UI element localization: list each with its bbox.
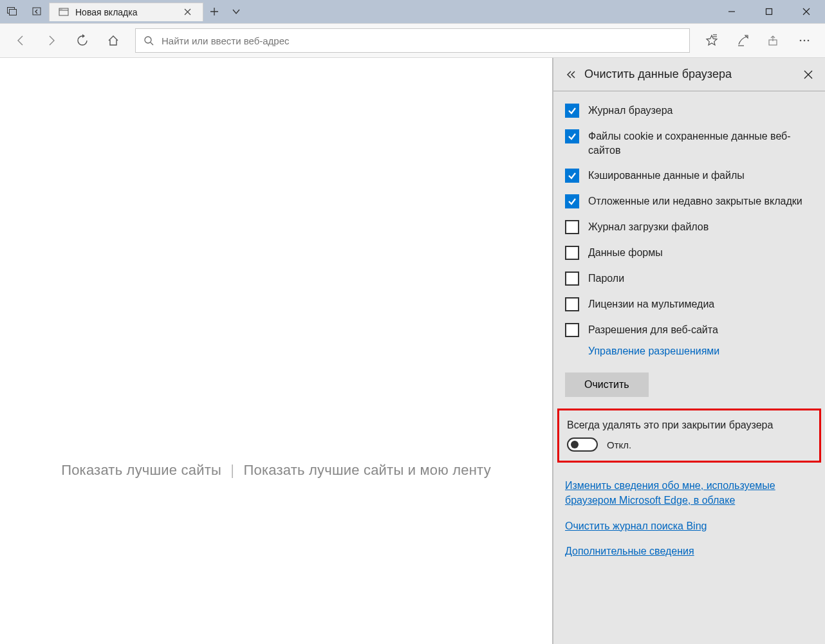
svg-rect-1 [10,10,17,15]
more-info-link[interactable]: Дополнительные сведения [565,544,694,558]
clear-option-label: Пароли [588,271,624,286]
window-controls [713,0,825,23]
clear-option-row: Данные формы [565,240,813,266]
show-top-sites-feed-link[interactable]: Показать лучшие сайты и мою ленту [244,462,491,478]
clear-option-checkbox[interactable] [565,129,579,143]
clear-option-checkbox[interactable] [565,220,579,234]
clear-option-checkbox[interactable] [565,169,579,183]
nav-back-button[interactable] [5,25,36,56]
clear-option-row: Журнал загрузки файлов [565,214,813,240]
clear-option-checkbox[interactable] [565,297,579,311]
nav-refresh-button[interactable] [67,25,98,56]
svg-line-10 [151,42,153,45]
clear-option-label: Файлы cookie и сохраненные данные веб-са… [588,129,813,157]
clear-option-row: Отложенные или недавно закрытые вкладки [565,189,813,214]
set-aside-tabs-button[interactable] [24,7,49,16]
clear-option-row: Кэшированные данные и файлы [565,163,813,189]
tab-page-icon [59,8,69,17]
panel-back-button[interactable] [562,70,580,79]
show-top-sites-link[interactable]: Показать лучшие сайты [61,462,221,478]
svg-rect-8 [766,9,772,15]
panel-close-button[interactable] [797,63,820,86]
change-cloud-info-link[interactable]: Изменить сведения обо мне, используемые … [565,478,813,508]
clear-option-checkbox[interactable] [565,271,579,286]
svg-point-5 [60,9,61,10]
svg-rect-2 [33,8,41,15]
clear-option-row: Журнал браузера [565,98,813,124]
always-clear-toggle[interactable] [567,437,598,452]
clear-option-label: Данные формы [588,246,663,260]
clear-option-checkbox[interactable] [565,323,579,337]
address-bar-placeholder: Найти или ввести веб-адрес [162,35,290,46]
clear-option-label: Кэшированные данные и файлы [588,169,745,183]
clear-option-row: Пароли [565,266,813,291]
clear-option-label: Лицензии на мультимедиа [588,297,714,311]
toggle-state-label: Откл. [607,439,631,450]
clear-option-label: Журнал загрузки файлов [588,220,709,234]
new-tab-page: Показать лучшие сайты | Показать лучшие … [0,58,552,644]
more-button[interactable] [789,25,820,56]
clear-option-checkbox[interactable] [565,246,579,260]
titlebar: Новая вкладка [0,0,825,23]
clear-bing-history-link[interactable]: Очистить журнал поиска Bing [565,519,707,533]
svg-point-17 [808,40,810,42]
tab-close-button[interactable] [178,3,196,21]
clear-option-row: Файлы cookie и сохраненные данные веб-са… [565,124,813,163]
new-tab-button[interactable] [203,0,225,23]
window-maximize-button[interactable] [750,0,788,23]
svg-point-6 [62,9,62,10]
manage-permissions-link[interactable]: Управление разрешениями [588,345,719,356]
nav-home-button[interactable] [98,25,129,56]
always-clear-highlight: Всегда удалять это при закрытии браузера… [557,409,821,463]
share-button[interactable] [758,25,789,56]
tab-title: Новая вкладка [75,7,178,17]
browser-tab-active[interactable]: Новая вкладка [49,3,203,21]
separator: | [230,462,234,478]
nav-forward-button[interactable] [36,25,67,56]
clear-option-label: Журнал браузера [588,104,672,118]
panel-title: Очистить данные браузера [580,68,797,81]
clear-browsing-data-panel: Очистить данные браузера Журнал браузера… [552,58,825,644]
always-clear-label: Всегда удалять это при закрытии браузера [567,419,811,431]
favorites-button[interactable] [696,25,727,56]
tab-actions-button[interactable] [225,0,247,23]
browser-toolbar: Найти или ввести веб-адрес [0,23,825,58]
svg-point-15 [800,40,802,42]
clear-option-checkbox[interactable] [565,104,579,118]
tabs-overview-button[interactable] [0,7,24,16]
svg-point-9 [145,37,151,43]
clear-option-label: Отложенные или недавно закрытые вкладки [588,194,802,208]
address-bar[interactable]: Найти или ввести веб-адрес [135,28,690,53]
tab-strip: Новая вкладка [0,0,247,23]
clear-option-checkbox[interactable] [565,194,579,208]
clear-option-row: Лицензии на мультимедиа [565,291,813,317]
window-close-button[interactable] [788,0,825,23]
search-icon [144,35,154,46]
clear-option-row: Разрешения для веб-сайта [565,317,813,343]
clear-option-label: Разрешения для веб-сайта [588,323,718,337]
clear-button[interactable]: Очистить [565,373,649,397]
notes-button[interactable] [727,25,758,56]
window-minimize-button[interactable] [713,0,750,23]
svg-point-16 [804,40,806,42]
